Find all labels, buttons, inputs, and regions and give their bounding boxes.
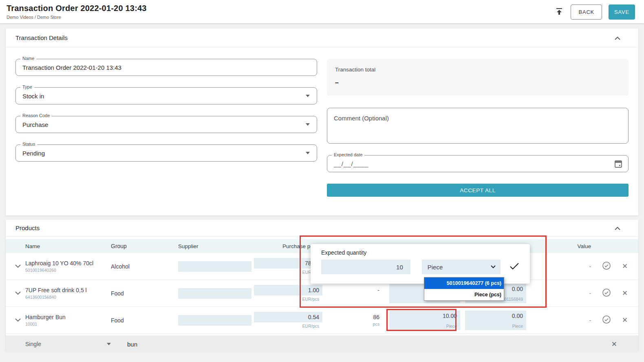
transaction-details-header: Transaction Details (6, 29, 638, 47)
collapse-chevron-icon[interactable] (615, 224, 620, 231)
stock-unit: pcs (322, 322, 379, 326)
supplier-input[interactable] (178, 261, 251, 272)
details-left-column: Name Transaction Order 2022-01-20 13:43 … (15, 59, 317, 197)
unit-select[interactable]: Piece (422, 260, 501, 274)
col-header-supplier[interactable]: Supplier (178, 243, 251, 249)
stock-unit (322, 295, 379, 300)
dropdown-arrow-icon (306, 123, 310, 126)
remove-row-icon[interactable]: ✕ (622, 316, 628, 324)
product-group: Alcohol (111, 263, 178, 270)
product-row: Hamburger Bun 10001 Food 0.54 EUR/pcs 86… (6, 307, 638, 334)
reason-code-select[interactable]: Reason Code Purchase (15, 116, 317, 133)
reason-code-value: Purchase (22, 121, 48, 128)
type-select-value: Stock in (22, 93, 44, 100)
details-right-column: Transaction total – Expected date __/__/… (327, 59, 629, 197)
calendar-icon[interactable] (614, 160, 622, 170)
breadcrumb: Demo Videos / Demo Store (7, 15, 147, 20)
supplier-input[interactable] (178, 288, 251, 299)
purchase-price-input[interactable]: 1.00 (254, 285, 322, 295)
expected-date-value: __/__/____ (334, 160, 368, 167)
expected-quantity-input[interactable]: 10.00 Piece (389, 311, 460, 330)
row-value: - (526, 317, 598, 323)
transaction-details-card: Transaction Details Name Transaction Ord… (6, 29, 638, 215)
transaction-total-label: Transaction total (335, 67, 620, 73)
product-name[interactable]: 7UP Free soft drink 0,5 l (25, 287, 111, 293)
popup-title: Expected quantity (321, 249, 519, 256)
product-row: 7UP Free soft drink 0,5 l 6413600156840 … (6, 280, 638, 307)
status-select[interactable]: Status Pending (15, 144, 317, 162)
expected-quantity-unit: Piece (393, 324, 457, 329)
transaction-total-value: – (335, 79, 620, 87)
accept-all-button[interactable]: ACCEPT ALL (327, 184, 629, 197)
remove-row-icon[interactable]: ✕ (622, 262, 628, 271)
confirm-check-icon[interactable] (509, 262, 519, 271)
chevron-down-icon (491, 265, 496, 269)
unit-select-dropdown: 5010019640277 (6 pcs) Piece (pcs) (424, 277, 504, 301)
type-select[interactable]: Type Stock in (15, 87, 317, 104)
accepted-quantity-unit: Piece (468, 324, 523, 329)
name-field-value: Transaction Order 2022-01-20 13:43 (22, 64, 121, 71)
accept-row-icon[interactable] (602, 288, 611, 299)
row-value: - (526, 263, 598, 269)
clear-filter-icon[interactable]: ✕ (611, 340, 617, 349)
product-filter-bar: Single bun ✕ (6, 335, 638, 353)
products-card: Products Name Group Supplier Purchase pr… (6, 220, 638, 351)
product-name[interactable]: Laphroaig 10 YO 40% 70cl (25, 260, 111, 267)
type-select-label: Type (20, 84, 34, 89)
remove-row-icon[interactable]: ✕ (622, 289, 628, 298)
row-value: - (526, 290, 598, 296)
top-bar: Transaction Order 2022-01-20 13:43 Demo … (0, 0, 644, 23)
name-field-label: Name (20, 56, 36, 61)
section-title: Products (15, 224, 40, 231)
transaction-total-box: Transaction total – (327, 59, 629, 95)
dropdown-arrow-icon (107, 343, 111, 345)
purchase-price-unit: EUR/pcs (254, 297, 322, 302)
product-group: Food (111, 317, 178, 324)
row-expand-chevron-icon[interactable] (11, 318, 25, 322)
stock-quantity: - (322, 287, 379, 293)
status-label: Status (20, 142, 37, 147)
title-block: Transaction Order 2022-01-20 13:43 Demo … (7, 4, 147, 20)
collapse-chevron-icon[interactable] (615, 34, 620, 41)
dropdown-arrow-icon (306, 152, 310, 154)
back-button[interactable]: BACK (571, 4, 602, 20)
unit-select-value: Piece (428, 264, 443, 271)
expected-quantity-value: 10.00 (393, 313, 457, 319)
details-body: Name Transaction Order 2022-01-20 13:43 … (6, 47, 638, 197)
dropdown-arrow-icon (306, 95, 310, 97)
filter-search-input[interactable]: bun (127, 341, 137, 348)
publish-icon[interactable] (554, 7, 564, 18)
row-expand-chevron-icon[interactable] (11, 291, 25, 295)
expected-date-field[interactable]: Expected date __/__/____ (327, 155, 629, 172)
name-field[interactable]: Name Transaction Order 2022-01-20 13:43 (15, 59, 317, 76)
products-header: Products (6, 220, 638, 237)
reason-code-label: Reason Code (20, 113, 52, 118)
comment-field[interactable] (327, 108, 629, 144)
supplier-input[interactable] (178, 315, 251, 326)
accepted-quantity-input[interactable]: 0.00 Piece (465, 311, 526, 330)
save-button[interactable]: SAVE (609, 4, 635, 20)
product-group: Food (111, 290, 178, 297)
expected-date-label: Expected date (332, 152, 364, 157)
row-expand-chevron-icon[interactable] (11, 264, 25, 268)
stock-quantity: 86 (322, 314, 379, 320)
accept-row-icon[interactable] (602, 261, 611, 272)
status-value: Pending (22, 150, 45, 157)
purchase-price-input[interactable]: 0.54 (254, 312, 322, 322)
section-title: Transaction Details (15, 34, 68, 41)
accepted-quantity-value: 0.00 (468, 313, 523, 319)
col-header-name[interactable]: Name (25, 243, 111, 249)
comment-textarea[interactable] (334, 115, 622, 138)
accept-row-icon[interactable] (602, 315, 611, 326)
col-header-group[interactable]: Group (111, 243, 178, 249)
quantity-input[interactable]: 10 (321, 260, 410, 274)
product-code: 6413600156840 (25, 295, 111, 300)
purchase-price-unit: EUR/pcs (254, 324, 322, 329)
filter-mode-select[interactable]: Single (25, 341, 107, 347)
dropdown-option-highlighted[interactable]: 5010019640277 (6 pcs) (424, 278, 504, 289)
col-header-value[interactable]: Value (526, 243, 598, 249)
product-name[interactable]: Hamburger Bun (25, 314, 111, 320)
dropdown-option[interactable]: Piece (pcs) (424, 289, 504, 300)
topbar-actions: BACK SAVE (554, 4, 635, 20)
page-title: Transaction Order 2022-01-20 13:43 (7, 4, 147, 13)
